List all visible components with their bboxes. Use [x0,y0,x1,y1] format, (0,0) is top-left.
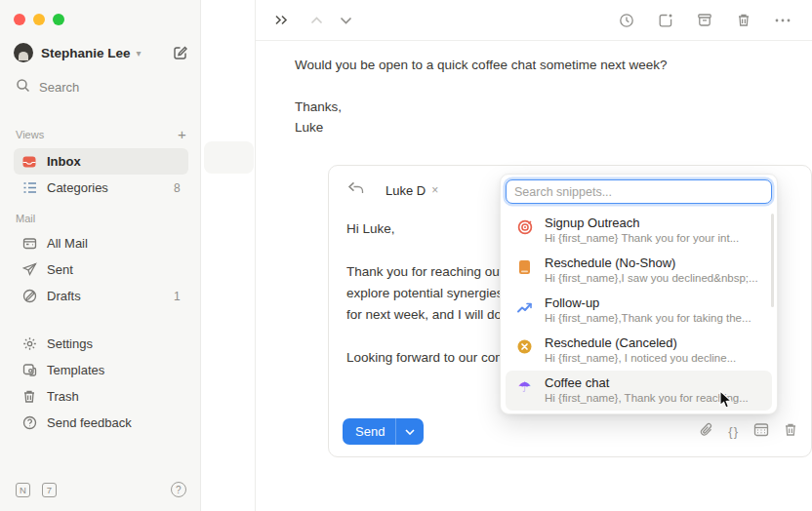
remove-recipient-icon[interactable]: × [431,183,438,197]
thread-toolbar [256,0,812,41]
calendar-app-icon[interactable]: 7 [42,483,57,497]
account-switcher[interactable]: Stephanie Lee ▾ [14,43,188,62]
send-options-chevron-icon[interactable] [396,429,424,435]
search-label: Search [39,80,79,95]
sidebar-item-label: Send feedback [47,415,132,430]
thread-actions [613,7,796,34]
collapsed-list-column [201,0,256,511]
question-circle-icon [21,415,37,431]
snippet-item-reschedule-no-show[interactable]: Reschedule (No-Show) Hi {first_name},I s… [506,251,772,291]
schedule-calendar-icon[interactable] [753,422,769,441]
snooze-clock-icon[interactable] [613,7,640,34]
sidebar-item-all-mail[interactable]: All Mail [14,230,188,256]
all-mail-icon [21,236,37,252]
minimize-window-button[interactable] [33,14,45,25]
send-plane-icon [21,262,37,278]
sidebar-item-drafts[interactable]: Drafts 1 [14,283,188,309]
categories-count: 8 [174,181,181,195]
recipient-chip[interactable]: Luke D × [386,183,438,198]
snippets-variables-icon[interactable]: {} [728,424,739,439]
chevron-down-icon: ▾ [137,48,142,59]
templates-icon [21,363,37,378]
snippet-preview: Hi {first_name},I saw you declined&nbsp;… [545,271,758,286]
sidebar: Stephanie Lee ▾ Search Views + [0,0,201,511]
trash-icon[interactable] [730,7,757,34]
notion-app-icon[interactable]: N [16,483,30,497]
recipient-name: Luke D [386,183,426,198]
previous-email-icon[interactable] [303,7,330,34]
send-button-label: Send [355,424,395,439]
close-window-button[interactable] [14,14,25,25]
umbrella-icon: ☂ [516,378,533,395]
snippet-title: Follow-up [545,295,751,311]
help-icon[interactable]: ? [171,482,186,497]
composer-footer: Send {} [343,418,797,445]
mouse-cursor [719,390,734,413]
attachment-icon[interactable] [700,422,713,442]
sidebar-item-sent[interactable]: Sent [14,256,188,283]
snippet-title: Reschedule (No-Show) [545,256,758,271]
sidebar-item-trash[interactable]: Trash [14,383,188,410]
next-email-icon[interactable] [332,7,359,34]
app-window: Stephanie Lee ▾ Search Views + [0,0,812,511]
snippet-item-signup-outreach[interactable]: Signup Outreach Hi {first_name} Thank yo… [506,211,772,251]
avatar [14,43,33,62]
snippet-list: Signup Outreach Hi {first_name} Thank yo… [506,211,772,411]
snippet-title: Signup Outreach [545,216,739,231]
snippet-item-follow-up[interactable]: Follow-up Hi {first_name},Thank you for … [506,291,772,331]
open-in-new-icon[interactable] [652,7,679,34]
sidebar-item-label: Inbox [47,154,81,169]
profile-name: Stephanie Lee [41,46,131,60]
window-controls [14,14,188,25]
snippet-title: Reschedule (Canceled) [545,335,736,351]
email-body-line: Would you be open to a quick coffee chat… [295,55,812,75]
snippet-preview: Hi {first_name},Thank you for taking the… [545,311,751,326]
sidebar-item-categories[interactable]: Categories 8 [14,175,188,201]
composer-tools: {} [700,422,797,442]
zigzag-arrow-icon [516,298,533,315]
search-icon [16,78,30,97]
sidebar-item-templates[interactable]: Templates [14,357,188,383]
sidebar-item-label: Drafts [47,289,81,303]
compose-icon[interactable] [173,45,188,60]
inbox-icon [21,154,37,170]
zoom-window-button[interactable] [53,14,64,25]
cancel-icon [516,338,533,355]
snippet-item-reschedule-canceled[interactable]: Reschedule (Canceled) Hi {first_name}, I… [506,331,772,371]
discard-draft-icon[interactable] [784,422,797,441]
book-icon [516,258,533,275]
snippet-preview: Hi {first_name}, I noticed you decline..… [545,351,736,366]
send-button[interactable]: Send [343,418,424,445]
views-section-header: Views + [16,126,186,142]
archive-icon[interactable] [691,7,718,34]
snippets-dropdown: Signup Outreach Hi {first_name} Thank yo… [500,174,778,414]
add-view-button[interactable]: + [178,126,186,142]
sidebar-item-label: Templates [47,363,104,377]
more-options-icon[interactable] [769,7,796,34]
gear-icon [21,336,37,352]
snippet-preview: Hi {first_name}, Thank you for reaching.… [545,391,749,406]
sidebar-item-settings[interactable]: Settings [14,331,188,357]
mail-section-header: Mail [16,213,186,224]
collapse-panel-icon[interactable] [267,7,295,34]
target-icon [516,218,533,235]
snippet-preview: Hi {first_name} Thank you for your int..… [545,231,739,246]
email-signoff: Thanks, [295,97,812,117]
drafts-icon [21,289,37,304]
list-item-ghost [204,141,254,174]
sidebar-item-label: All Mail [47,236,88,251]
sidebar-item-inbox[interactable]: Inbox [14,148,188,175]
email-sender-name: Luke [295,117,812,138]
categories-icon [21,180,37,196]
sidebar-footer: N 7 ? [14,478,188,501]
snippet-search-input[interactable] [506,179,772,204]
drafts-count: 1 [174,290,181,303]
sidebar-item-label: Settings [47,336,93,351]
trash-icon [21,389,37,405]
search-button[interactable]: Search [14,74,188,100]
sidebar-item-label: Categories [47,180,108,195]
sidebar-item-label: Trash [47,389,79,404]
reply-all-icon [346,181,364,199]
snippet-list-scrollbar[interactable] [771,214,774,307]
sidebar-item-send-feedback[interactable]: Send feedback [14,410,188,436]
